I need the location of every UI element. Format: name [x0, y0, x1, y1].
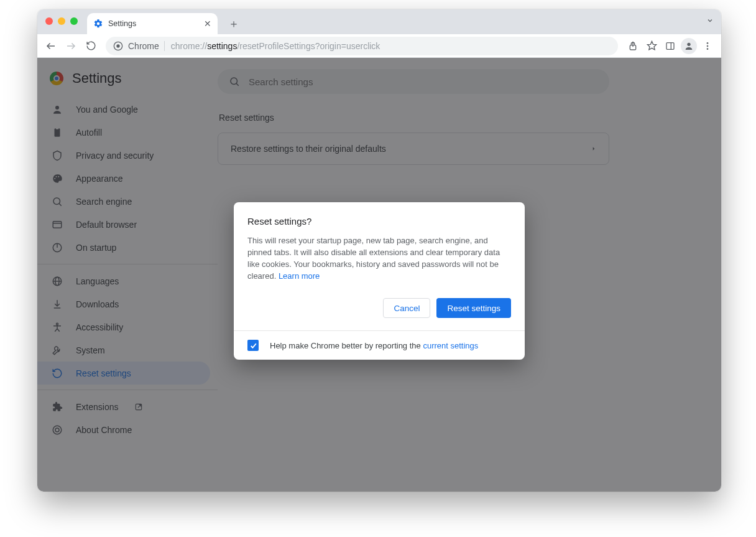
svg-point-11 — [707, 45, 709, 47]
tabs-dropdown-icon[interactable] — [706, 17, 714, 24]
window-close-button[interactable] — [45, 17, 53, 25]
browser-window: Settings ✕ ＋ Chrome — [37, 9, 721, 492]
current-settings-link[interactable]: current settings — [423, 341, 478, 350]
bookmark-button[interactable] — [643, 37, 660, 55]
cancel-button[interactable]: Cancel — [383, 298, 430, 318]
window-maximize-button[interactable] — [70, 17, 78, 25]
reset-settings-dialog: Reset settings? This will reset your sta… — [234, 202, 525, 360]
learn-more-link[interactable]: Learn more — [279, 271, 320, 281]
window-controls — [45, 17, 78, 25]
back-button[interactable] — [42, 37, 60, 55]
svg-point-12 — [707, 48, 709, 50]
svg-point-9 — [687, 42, 690, 45]
share-button[interactable] — [624, 37, 642, 55]
reset-settings-button[interactable]: Reset settings — [436, 298, 511, 318]
modal-overlay: Reset settings? This will reset your sta… — [37, 58, 721, 492]
tab-strip: Settings ✕ ＋ — [37, 9, 721, 34]
new-tab-button[interactable]: ＋ — [225, 15, 242, 32]
omnibox-divider — [164, 41, 165, 51]
page-content: Settings You and Google Autofill Privacy… — [37, 58, 721, 492]
address-bar[interactable]: Chrome chrome://settings/resetProfileSet… — [106, 37, 618, 55]
window-minimize-button[interactable] — [58, 17, 65, 25]
side-panel-button[interactable] — [662, 37, 679, 55]
gear-icon — [93, 19, 103, 29]
svg-marker-6 — [647, 41, 656, 49]
forward-button[interactable] — [62, 37, 80, 55]
tab-close-icon[interactable]: ✕ — [204, 19, 211, 29]
url-context-label: Chrome — [128, 41, 159, 51]
tab-title: Settings — [108, 19, 136, 28]
url-text: chrome://settings/resetProfileSettings?o… — [171, 41, 380, 51]
browser-tab-settings[interactable]: Settings ✕ — [87, 13, 218, 34]
browser-toolbar: Chrome chrome://settings/resetProfileSet… — [37, 34, 721, 58]
dialog-footer-text: Help make Chrome better by reporting the… — [270, 341, 478, 350]
menu-button[interactable] — [699, 37, 716, 55]
svg-point-10 — [707, 42, 709, 44]
svg-rect-7 — [666, 42, 674, 49]
report-settings-checkbox[interactable] — [247, 340, 259, 351]
profile-button[interactable] — [680, 37, 698, 55]
dialog-description: This will reset your startup page, new t… — [247, 235, 511, 282]
reload-button[interactable] — [82, 37, 99, 55]
dialog-title: Reset settings? — [247, 216, 511, 226]
svg-point-3 — [116, 44, 119, 47]
chrome-page-icon — [113, 41, 123, 51]
